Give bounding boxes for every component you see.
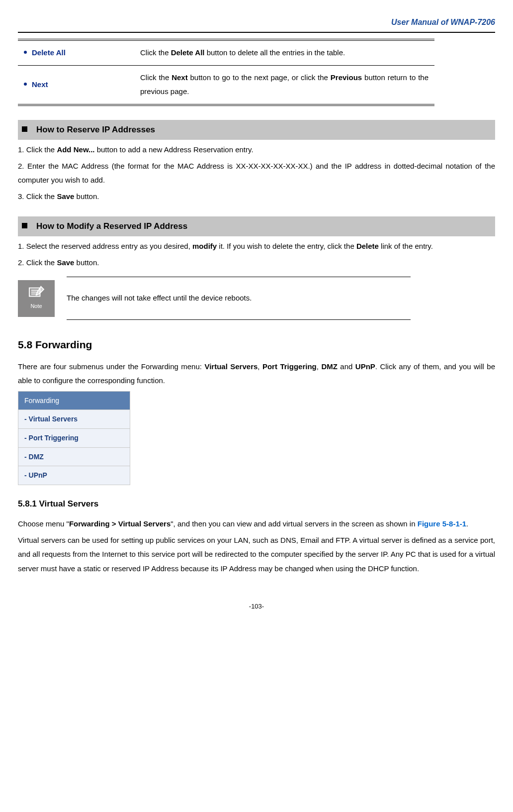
vs-paragraph-2: Virtual servers can be used for setting …: [18, 533, 495, 576]
step-text: 2. Enter the MAC Address (the format for…: [18, 159, 495, 188]
note-text: The changes will not take effect until t…: [67, 277, 411, 320]
def-desc: Click the Next button to go to the next …: [134, 65, 434, 105]
page-header: User Manual of WNAP-7206: [18, 15, 495, 33]
page-number: -103-: [18, 601, 495, 613]
forwarding-menu-screenshot: Forwarding - Virtual Servers - Port Trig…: [18, 391, 130, 485]
bullet-icon: [24, 83, 27, 86]
def-label-cell: Next: [18, 65, 134, 105]
note-block: Note The changes will not take effect un…: [18, 277, 495, 320]
section-heading-modify: How to Modify a Reserved IP Address: [18, 216, 495, 236]
vs-paragraph-1: Choose menu "Forwarding > Virtual Server…: [18, 517, 495, 531]
step-text: 1. Select the reserved address entry as …: [18, 239, 495, 254]
figure-link: Figure 5-8-1-1: [418, 519, 466, 528]
heading-forwarding: 5.8 Forwarding: [18, 335, 495, 355]
section-heading-reserve: How to Reserve IP Addresses: [18, 120, 495, 140]
def-label: Delete All: [32, 48, 66, 57]
note-label: Note: [30, 301, 42, 311]
menu-item: - DMZ: [18, 447, 130, 466]
step-text: 3. Click the Save button.: [18, 190, 495, 204]
heading-virtual-servers: 5.8.1 Virtual Servers: [18, 496, 495, 512]
menu-item: - Port Triggering: [18, 428, 130, 447]
table-row: Next Click the Next button to go to the …: [18, 65, 434, 105]
square-icon: [22, 223, 27, 228]
def-label: Next: [32, 80, 48, 89]
def-label-cell: Delete All: [18, 40, 134, 65]
square-icon: [22, 126, 27, 132]
step-text: 2. Click the Save button.: [18, 256, 495, 270]
bullet-icon: [24, 51, 27, 54]
note-icon: Note: [18, 280, 55, 317]
menu-header: Forwarding: [18, 392, 130, 410]
table-row: Delete All Click the Delete All button t…: [18, 40, 434, 65]
step-text: 1. Click the Add New... button to add a …: [18, 143, 495, 157]
menu-item: - UPnP: [18, 466, 130, 485]
def-desc: Click the Delete All button to delete al…: [134, 40, 434, 65]
forwarding-intro: There are four submenus under the Forwar…: [18, 360, 495, 388]
definition-table: Delete All Click the Delete All button t…: [18, 39, 434, 106]
menu-item: - Virtual Servers: [18, 409, 130, 428]
